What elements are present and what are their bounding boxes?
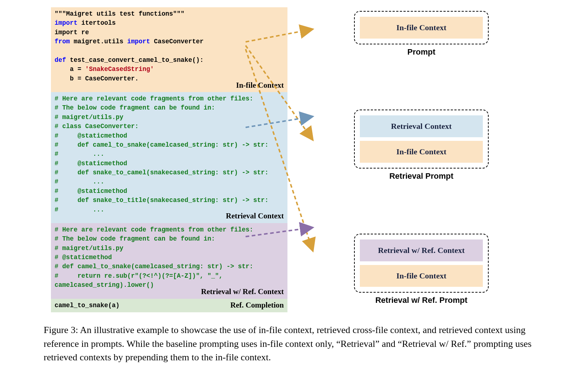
block-label-retrievalref: Retrieval w/ Ref. Context bbox=[201, 286, 284, 297]
prompt-caption-2: Retrieval Prompt bbox=[389, 171, 453, 181]
code-line: b = CaseConverter. bbox=[55, 75, 139, 82]
code-line: # Here are relevant code fragments from … bbox=[55, 226, 253, 233]
prompt-bar-infile: In-file Context bbox=[360, 141, 483, 163]
code-line: # def camel_to_snake(camelcased_string: … bbox=[55, 263, 253, 270]
code-keyword: from bbox=[55, 38, 70, 45]
code-line: # ... bbox=[55, 178, 104, 185]
code-text: itertools bbox=[78, 19, 116, 27]
code-block-retrievalref: # Here are relevant code fragments from … bbox=[51, 223, 287, 299]
code-line: # @staticmethod bbox=[55, 132, 127, 139]
code-text: a = bbox=[55, 66, 85, 73]
prompt-bar-infile: In-file Context bbox=[360, 265, 483, 287]
code-line: # def snake_to_title(snakecased_string: … bbox=[55, 197, 269, 204]
code-line: # @staticmethod bbox=[55, 187, 127, 195]
block-label-infile: In-file Context bbox=[236, 80, 284, 91]
prompt-bar-retrievalref: Retrieval w/ Ref. Context bbox=[360, 239, 483, 261]
code-line: # def snake_to_camel(snakecased_string: … bbox=[55, 169, 269, 176]
prompt-panel: In-file Context Prompt Retrieval Context… bbox=[306, 7, 537, 312]
prompt-group-1: In-file Context Prompt bbox=[306, 11, 537, 57]
prompt-bar-infile: In-file Context bbox=[360, 17, 483, 39]
code-line: # class CaseConverter: bbox=[55, 123, 139, 130]
code-keyword: import bbox=[55, 19, 78, 27]
code-line: camel_to_snake(a) bbox=[55, 302, 120, 309]
prompt-stack-2: Retrieval Context In-file Context bbox=[354, 110, 489, 169]
prompt-stack-3: Retrieval w/ Ref. Context In-file Contex… bbox=[354, 234, 489, 293]
code-line: # Here are relevant code fragments from … bbox=[55, 95, 253, 102]
code-line: # The below code fragment can be found i… bbox=[55, 235, 215, 242]
code-line: # maigret/utils.py bbox=[55, 114, 123, 121]
prompt-caption-3: Retrieval w/ Ref. Prompt bbox=[375, 296, 467, 305]
code-keyword: import bbox=[127, 38, 150, 45]
code-block-retrieval: # Here are relevant code fragments from … bbox=[51, 92, 287, 223]
prompt-bar-retrieval: Retrieval Context bbox=[360, 115, 483, 137]
code-line: # maigret/utils.py bbox=[55, 245, 123, 252]
block-label-retrieval: Retrieval Context bbox=[226, 210, 284, 221]
code-block-completion: camel_to_snake(a)Ref. Completion bbox=[51, 299, 287, 312]
prompt-group-2: Retrieval Context In-file Context Retrie… bbox=[306, 110, 537, 181]
code-line: # ... bbox=[55, 206, 104, 213]
code-line: # def camel_to_snake(camelcased_string: … bbox=[55, 141, 269, 149]
code-line: camelcased_string).lower() bbox=[55, 281, 154, 289]
code-text: test_case_convert_camel_to_snake(): bbox=[66, 56, 204, 64]
prompt-group-3: Retrieval w/ Ref. Context In-file Contex… bbox=[306, 234, 537, 305]
code-block-infile: """Maigret utils test functions""" impor… bbox=[51, 7, 287, 92]
code-line: # @staticmethod bbox=[55, 160, 127, 167]
block-label-completion: Ref. Completion bbox=[230, 300, 284, 310]
code-line: # The below code fragment can be found i… bbox=[55, 104, 215, 111]
figure-caption: Figure 3: An illustrative example to sho… bbox=[7, 312, 581, 364]
code-text: CaseConverter bbox=[150, 38, 204, 45]
code-line: """Maigret utils test functions""" bbox=[55, 10, 184, 17]
code-line: import re bbox=[55, 29, 89, 36]
code-string: 'SnakeCasedString' bbox=[85, 66, 154, 73]
code-keyword: def bbox=[55, 56, 66, 64]
prompt-caption-1: Prompt bbox=[408, 47, 436, 57]
code-panel: """Maigret utils test functions""" impor… bbox=[51, 7, 287, 312]
code-line: # return re.sub(r"(?<!^)(?=[A-Z])", "_", bbox=[55, 272, 223, 280]
figure-body: """Maigret utils test functions""" impor… bbox=[7, 7, 581, 312]
prompt-stack-1: In-file Context bbox=[354, 11, 489, 44]
code-line: # @staticmethod bbox=[55, 254, 112, 261]
code-text: maigret.utils bbox=[70, 38, 127, 45]
code-line: # ... bbox=[55, 150, 104, 158]
